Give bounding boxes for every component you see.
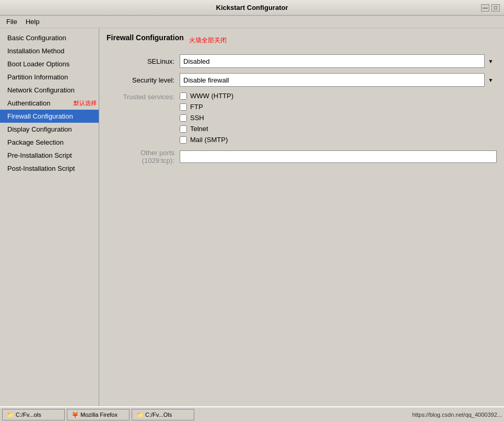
sidebar-item-network-configuration[interactable]: Network Configuration	[0, 84, 99, 97]
checkbox-mail-label[interactable]: Mail (SMTP)	[190, 136, 228, 144]
other-ports-row: Other ports (1029:tcp):	[107, 149, 497, 165]
auth-annotation: 默认选择	[74, 99, 97, 107]
trusted-services-row: Trusted services: WWW (HTTP) FTP SSH Tel…	[107, 92, 497, 144]
selinux-label: SELinux:	[107, 57, 180, 65]
other-ports-label: Other ports (1029:tcp):	[107, 149, 180, 165]
checkbox-ssh: SSH	[180, 114, 233, 122]
checkbox-telnet: Telnet	[180, 125, 233, 133]
other-ports-input[interactable]	[180, 150, 497, 163]
panel-annotation: 火墙全部关闭	[189, 36, 227, 45]
security-level-select[interactable]: Disable firewall Enable firewall No fire…	[180, 73, 497, 87]
taskbar-item-3[interactable]: 📁 C:/Fv...Ols	[132, 409, 194, 420]
trusted-services-label: Trusted services:	[107, 92, 180, 101]
panel-header: Firewall Configuration 火墙全部关闭	[107, 33, 497, 47]
checkbox-ssh-input[interactable]	[180, 114, 187, 122]
title-bar: Kickstart Configurator — □	[0, 0, 504, 16]
selinux-row: SELinux: Disabled Enforcing Permissive ▼	[107, 54, 497, 68]
taskbar-tray: https://blog.csdn.net/qq_4000392...	[412, 412, 502, 418]
checkbox-telnet-label[interactable]: Telnet	[190, 125, 208, 133]
checkbox-ftp: FTP	[180, 103, 233, 111]
menu-file[interactable]: File	[2, 17, 21, 27]
sidebar: Basic Configuration Installation Method …	[0, 28, 99, 406]
checkbox-ftp-label[interactable]: FTP	[190, 103, 203, 111]
sidebar-item-partition-information[interactable]: Partition Information	[0, 71, 99, 84]
sidebar-item-display-configuration[interactable]: Display Configuration	[0, 123, 99, 136]
taskbar-item-3-label: 📁 C:/Fv...Ols	[136, 412, 172, 418]
sidebar-item-package-selection[interactable]: Package Selection	[0, 136, 99, 149]
maximize-button[interactable]: □	[491, 4, 500, 11]
window-title: Kickstart Configurator	[216, 4, 288, 11]
sidebar-item-installation-method[interactable]: Installation Method	[0, 44, 99, 57]
sidebar-item-pre-installation-script[interactable]: Pre-Installation Script	[0, 149, 99, 162]
taskbar: 📁 C:/Fv...ols 🦊 Mozilla Firefox 📁 C:/Fv.…	[0, 406, 504, 422]
taskbar-item-1[interactable]: 📁 C:/Fv...ols	[2, 409, 65, 420]
minimize-button[interactable]: —	[481, 4, 489, 11]
sidebar-item-auth-label: Authentication	[7, 99, 50, 107]
sidebar-item-firewall-configuration[interactable]: Firewall Configuration	[0, 110, 99, 123]
main-layout: Basic Configuration Installation Method …	[0, 28, 504, 406]
panel-title: Firewall Configuration	[107, 33, 184, 42]
checkbox-ftp-input[interactable]	[180, 103, 187, 111]
sidebar-item-authentication[interactable]: Authentication 默认选择	[0, 97, 99, 110]
security-level-row: Security level: Disable firewall Enable …	[107, 73, 497, 87]
checkbox-mail: Mail (SMTP)	[180, 136, 233, 144]
window-controls: — □	[481, 4, 500, 11]
checkbox-telnet-input[interactable]	[180, 125, 187, 133]
checkbox-www-input[interactable]	[180, 92, 187, 100]
menu-bar: File Help	[0, 16, 504, 28]
sidebar-item-boot-loader-options[interactable]: Boot Loader Options	[0, 57, 99, 71]
checkbox-mail-input[interactable]	[180, 136, 187, 144]
taskbar-tray-text: https://blog.csdn.net/qq_4000392...	[412, 412, 502, 418]
sidebar-item-basic-config[interactable]: Basic Configuration	[0, 31, 99, 44]
taskbar-item-2-label: 🦊 Mozilla Firefox	[72, 412, 118, 418]
sidebar-item-post-installation-script[interactable]: Post-Installation Script	[0, 162, 99, 175]
checkbox-www: WWW (HTTP)	[180, 92, 233, 100]
checkbox-www-label[interactable]: WWW (HTTP)	[190, 92, 233, 100]
checkbox-ssh-label[interactable]: SSH	[190, 114, 204, 122]
menu-help[interactable]: Help	[21, 17, 44, 27]
taskbar-item-1-label: 📁 C:/Fv...ols	[7, 412, 41, 418]
selinux-select[interactable]: Disabled Enforcing Permissive	[180, 54, 497, 68]
security-level-label: Security level:	[107, 76, 180, 84]
selinux-select-wrapper: Disabled Enforcing Permissive ▼	[180, 54, 497, 68]
taskbar-item-2[interactable]: 🦊 Mozilla Firefox	[67, 409, 130, 420]
security-level-select-wrapper: Disable firewall Enable firewall No fire…	[180, 73, 497, 87]
trusted-services-checkboxes: WWW (HTTP) FTP SSH Telnet Mail (SMTP)	[180, 92, 233, 144]
content-area: Firewall Configuration 火墙全部关闭 SELinux: D…	[99, 28, 504, 406]
